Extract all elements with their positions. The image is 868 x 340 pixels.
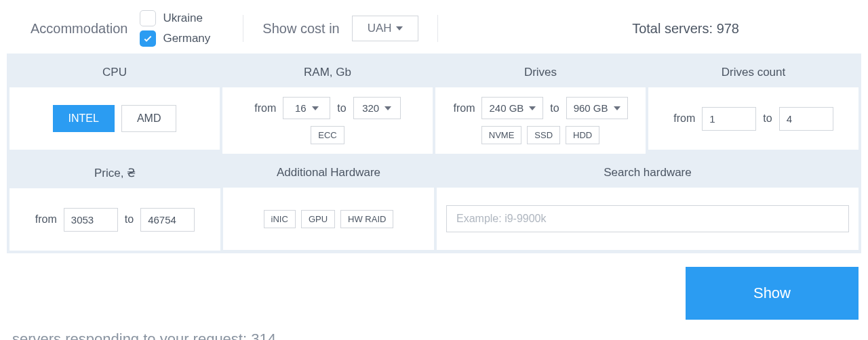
filter-row-2: Price, ₴ from to Additional Hardware iNI…: [9, 156, 859, 251]
chevron-down-icon: [312, 106, 319, 110]
chevron-down-icon: [529, 106, 536, 110]
chevron-down-icon: [396, 26, 403, 30]
accommodation-group: Accommodation Ukraine Germany: [7, 10, 224, 47]
location-options: Ukraine Germany: [140, 10, 210, 47]
cost-label: Show cost in: [262, 21, 339, 37]
drives-from-label: from: [453, 102, 475, 114]
search-hardware-filter: Search hardware: [437, 156, 859, 251]
drives-to-select[interactable]: 960 GB: [566, 97, 628, 119]
additional-tag-inic[interactable]: iNIC: [264, 210, 296, 228]
drives-from-select[interactable]: 240 GB: [481, 97, 543, 119]
drives-filter: Drives from 240 GB to 960 GB NVME: [435, 56, 646, 154]
drives-count-header: Drives count: [648, 56, 859, 87]
responding-label: servers responding to your request:: [12, 331, 247, 340]
cpu-header: CPU: [9, 56, 220, 87]
filter-panel: CPU INTEL AMD RAM, Gb from 16 to: [7, 54, 861, 253]
cost-group: Show cost in UAH: [262, 16, 418, 41]
filter-row-1: CPU INTEL AMD RAM, Gb from 16 to: [9, 56, 859, 154]
responding-value: 314: [251, 331, 276, 340]
ram-to-value: 320: [362, 102, 379, 114]
price-header: Price, ₴: [9, 156, 220, 188]
additional-tag-gpu[interactable]: GPU: [301, 210, 335, 228]
price-filter: Price, ₴ from to: [9, 156, 220, 251]
chevron-down-icon: [614, 106, 620, 110]
ram-to-label: to: [337, 102, 346, 114]
divider: [243, 15, 243, 42]
search-hardware-input[interactable]: [446, 205, 849, 232]
location-row-germany: Germany: [140, 30, 210, 47]
ram-to-select[interactable]: 320: [353, 97, 401, 119]
additional-hardware-header: Additional Hardware: [223, 156, 434, 188]
accommodation-label: Accommodation: [31, 21, 127, 37]
currency-value: UAH: [368, 22, 392, 35]
price-to-label: to: [125, 213, 134, 226]
responding-count: servers responding to your request: 314: [0, 326, 868, 340]
drives-tag-hdd[interactable]: HDD: [566, 126, 599, 144]
ram-header: RAM, Gb: [222, 56, 433, 87]
checkbox-germany[interactable]: [140, 30, 156, 47]
check-icon: [142, 33, 153, 44]
chevron-down-icon: [384, 106, 391, 110]
search-hardware-header: Search hardware: [437, 156, 859, 188]
currency-select[interactable]: UAH: [352, 16, 418, 41]
drives-count-to-input[interactable]: [779, 107, 833, 131]
ram-tag-ecc[interactable]: ECC: [311, 126, 344, 144]
drives-to-value: 960 GB: [574, 102, 608, 114]
drives-tag-ssd[interactable]: SSD: [527, 126, 560, 144]
drives-count-to-label: to: [763, 112, 772, 125]
checkbox-ukraine[interactable]: [140, 10, 156, 26]
ram-filter: RAM, Gb from 16 to 320 ECC: [222, 56, 433, 154]
total-servers-value: 978: [717, 21, 739, 36]
show-button-row: Show: [0, 253, 868, 326]
price-to-input[interactable]: [140, 208, 195, 232]
drives-to-label: to: [550, 102, 559, 114]
divider: [437, 15, 438, 42]
drives-count-from-label: from: [673, 112, 695, 125]
total-servers: Total servers: 978: [632, 21, 861, 37]
top-bar: Accommodation Ukraine Germany Show cost …: [0, 0, 868, 54]
drives-from-value: 240 GB: [489, 102, 524, 114]
show-button[interactable]: Show: [686, 267, 859, 320]
additional-hardware-filter: Additional Hardware iNIC GPU HW RAID: [223, 156, 434, 251]
ram-from-value: 16: [295, 102, 307, 114]
price-from-label: from: [35, 213, 57, 226]
total-servers-label: Total servers:: [632, 21, 713, 36]
ram-from-select[interactable]: 16: [283, 97, 330, 119]
drives-header: Drives: [435, 56, 646, 87]
location-label-germany: Germany: [163, 32, 210, 45]
location-label-ukraine: Ukraine: [163, 12, 203, 25]
drives-count-filter: Drives count from to: [648, 56, 859, 154]
location-row-ukraine: Ukraine: [140, 10, 210, 26]
price-from-input[interactable]: [64, 208, 118, 232]
cpu-filter: CPU INTEL AMD: [9, 56, 220, 154]
drives-count-from-input[interactable]: [702, 107, 756, 131]
ram-from-label: from: [254, 102, 276, 114]
cpu-option-amd[interactable]: AMD: [121, 105, 177, 132]
cpu-option-intel[interactable]: INTEL: [53, 105, 115, 132]
additional-tag-hwraid[interactable]: HW RAID: [340, 210, 393, 228]
drives-tag-nvme[interactable]: NVME: [481, 126, 522, 144]
